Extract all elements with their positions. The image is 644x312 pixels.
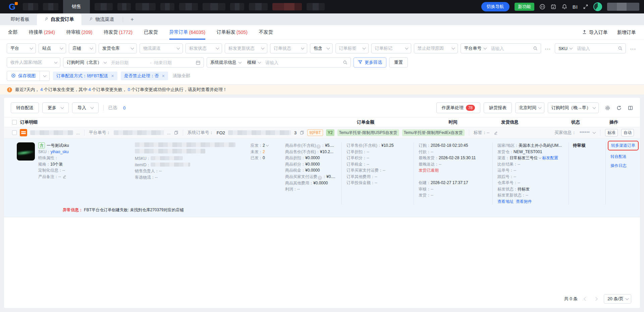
chevron-down-icon[interactable] <box>266 144 268 146</box>
search-icon[interactable] <box>530 46 541 51</box>
filter-logistics-channel[interactable]: 物流渠道 <box>140 43 183 53</box>
platform-order-no-type-select[interactable]: 平台单号 <box>461 45 489 51</box>
system-message-select[interactable]: 系统提示信息 <box>207 59 244 65</box>
order-checkbox[interactable] <box>12 130 17 135</box>
subtab-pending-review[interactable]: 待审核(209) <box>66 25 93 40</box>
filter-label-update-status[interactable]: 标发更新状态 <box>225 43 267 53</box>
question-circle-icon[interactable]: ? <box>316 144 321 149</box>
subtab-no-ship[interactable]: 不发货 <box>259 25 273 40</box>
tab-self-ship-orders[interactable]: 自发货订单 <box>37 13 82 25</box>
sort-select[interactable]: 订购时间（晚→早） <box>548 102 599 113</box>
sku-link[interactable]: yihao_sku <box>51 149 69 154</box>
end-date-input[interactable] <box>152 60 193 65</box>
columns-icon[interactable] <box>628 105 633 111</box>
subtab-pending-ship[interactable]: 待发货(1772) <box>104 25 132 40</box>
filter-contains[interactable]: 包含 <box>310 43 333 53</box>
subtab-abnormal-orders[interactable]: 异常订单(64035) <box>169 25 205 40</box>
sku-type-select[interactable]: SKU <box>555 46 575 51</box>
reset-button[interactable]: 重置 <box>389 57 408 68</box>
copy-icon[interactable] <box>300 130 304 135</box>
more-actions-button[interactable]: 更多 <box>42 102 69 113</box>
calendar-check-icon[interactable] <box>550 4 556 10</box>
import-button[interactable]: 导入 <box>72 102 99 113</box>
tab-dashboard[interactable]: 即时看板 <box>3 13 37 25</box>
expand-icon[interactable] <box>583 4 588 9</box>
refresh-icon[interactable] <box>616 105 622 111</box>
prev-page-button[interactable] <box>584 297 588 301</box>
view-address-link[interactable]: 查看地址 <box>497 199 514 204</box>
clear-all-filters[interactable]: 清除全部 <box>173 73 190 79</box>
void-orders-button[interactable]: 作废单处理 78 <box>436 102 480 113</box>
add-tab-button[interactable]: + <box>124 13 140 25</box>
redacted-menu-item[interactable] <box>136 3 156 10</box>
avatar[interactable] <box>593 2 602 11</box>
auto-mode-button[interactable]: 自动 <box>621 129 634 136</box>
chevron-down-icon[interactable] <box>539 156 541 159</box>
fuzzy-mode-select[interactable]: 模糊 <box>244 59 263 65</box>
to-self-delivery-button[interactable]: 转自配送 <box>11 102 39 113</box>
chip-close-icon[interactable]: × <box>162 74 165 78</box>
new-feature-button[interactable]: 新功能 <box>515 3 534 11</box>
next-page-button[interactable] <box>594 297 598 301</box>
platform-order-no-more-button[interactable]: ··· <box>544 43 552 53</box>
redacted-menu-item[interactable] <box>43 3 58 10</box>
redacted-menu-item[interactable] <box>272 3 302 10</box>
subtab-order-mark-ship[interactable]: 订单标发(505) <box>217 25 248 40</box>
standard-mode-button[interactable]: 标准 <box>605 129 618 136</box>
subtab-all[interactable]: 全部 <box>8 25 17 40</box>
search-icon[interactable] <box>615 46 626 51</box>
operation-log-link[interactable]: 操作日志 <box>610 163 627 169</box>
chevron-down-icon[interactable] <box>593 131 596 134</box>
redacted-menu-item[interactable] <box>95 3 113 10</box>
system-message-input[interactable] <box>263 60 340 65</box>
redacted-username[interactable] <box>607 3 639 11</box>
question-circle-icon[interactable]: ? <box>318 176 322 180</box>
more-filters-button[interactable]: 更多筛选 <box>354 57 386 68</box>
to-multichannel-order-link[interactable]: 转多渠道订单 <box>611 143 635 148</box>
save-view-button[interactable]: 保存视图 <box>7 71 40 81</box>
subtab-shipped[interactable]: 已发货 <box>144 25 158 40</box>
chip-close-icon[interactable]: × <box>111 74 114 78</box>
filter-forbid-reason[interactable]: 禁止处理原因 <box>414 43 458 53</box>
subtab-pending-accept[interactable]: 待接单(294) <box>29 25 55 40</box>
settings-gear-icon[interactable] <box>605 105 610 111</box>
bi-link[interactable]: BI <box>573 4 578 10</box>
platform-order-no-input[interactable] <box>489 46 530 51</box>
product-image[interactable] <box>17 142 35 161</box>
start-date-input[interactable] <box>109 60 149 65</box>
timezone-select[interactable]: 北京时间 <box>515 102 544 113</box>
tab-logistics-channel[interactable]: 物流渠道 <box>82 13 121 25</box>
sku-more-button[interactable]: ··· <box>629 43 637 53</box>
calendar-icon[interactable] <box>193 60 204 65</box>
page-size-select[interactable]: 20 条/页 <box>604 294 631 304</box>
filter-label-status[interactable]: 标发状态 <box>185 43 222 53</box>
menu-item-sales[interactable]: 销售 <box>63 0 90 13</box>
create-order-button[interactable]: 新增订单 <box>617 30 636 36</box>
save-view-dropdown[interactable] <box>40 71 49 81</box>
redacted-menu-item[interactable] <box>23 3 38 10</box>
filter-order-mark[interactable]: 订单标记 <box>371 43 411 53</box>
redacted-menu-item[interactable] <box>179 3 198 10</box>
redacted-menu-item[interactable] <box>230 3 244 10</box>
redacted-menu-item[interactable] <box>117 3 131 10</box>
import-order-button[interactable]: 导入订单 <box>582 30 608 36</box>
label-config-link[interactable]: 标发配置 <box>542 155 558 160</box>
filter-platform[interactable]: 平台 <box>7 43 36 53</box>
redacted-menu-item[interactable] <box>307 3 325 10</box>
edit-pencil-icon[interactable] <box>62 174 67 179</box>
select-all-checkbox[interactable] <box>12 120 17 125</box>
date-type-select[interactable]: 订购时间（北京） <box>63 59 109 65</box>
filter-order-tag[interactable]: 订单标签 <box>335 43 369 53</box>
filter-store[interactable]: 店铺 <box>69 43 96 53</box>
copy-icon[interactable] <box>174 130 178 135</box>
filter-site[interactable]: 站点 <box>39 43 66 53</box>
bell-icon[interactable] <box>561 4 568 10</box>
redacted-menu-item[interactable] <box>160 3 174 10</box>
redacted-menu-item[interactable] <box>249 3 268 10</box>
edit-pencil-icon[interactable] <box>494 131 498 135</box>
to-self-delivery-link[interactable]: 转自配送 <box>610 153 627 160</box>
filter-warehouse[interactable]: 发货仓库 <box>99 43 137 53</box>
search-icon[interactable] <box>340 60 351 65</box>
oos-report-button[interactable]: 缺货报表 <box>484 102 512 113</box>
filter-order-status[interactable]: 订单状态 <box>270 43 307 53</box>
